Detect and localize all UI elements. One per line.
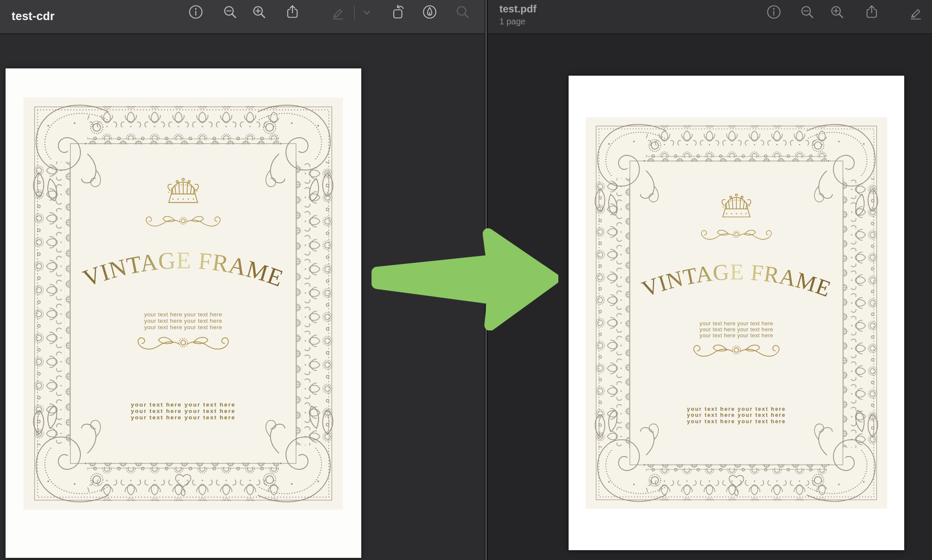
zoom-out-icon[interactable] bbox=[222, 4, 238, 20]
window-test-pdf: test.pdf 1 page bbox=[488, 0, 932, 560]
markup-pencil-icon[interactable] bbox=[908, 4, 923, 20]
right-document-title: test.pdf bbox=[499, 3, 537, 15]
toolbar-left: test-cdr bbox=[0, 0, 485, 34]
window-test-cdr: test-cdr bbox=[0, 0, 485, 560]
document-page-cdr[interactable] bbox=[6, 68, 361, 558]
share-icon[interactable] bbox=[864, 4, 879, 20]
search-icon bbox=[455, 4, 470, 20]
rotate-left-icon[interactable] bbox=[391, 4, 406, 20]
document-page-pdf[interactable] bbox=[569, 76, 904, 550]
share-icon[interactable] bbox=[285, 4, 300, 20]
page-count-label: 1 page bbox=[499, 17, 525, 27]
window-divider bbox=[485, 0, 488, 560]
pen-nib-icon[interactable] bbox=[422, 4, 437, 20]
zoom-out-icon[interactable] bbox=[799, 4, 815, 20]
markup-pencil-icon bbox=[330, 4, 345, 20]
vintage-frame-artwork bbox=[24, 97, 343, 510]
chevron-down-icon bbox=[362, 7, 372, 18]
info-icon[interactable] bbox=[766, 4, 782, 20]
zoom-in-icon[interactable] bbox=[829, 4, 845, 20]
zoom-in-icon[interactable] bbox=[251, 4, 267, 20]
preview-app: test-cdr bbox=[0, 0, 932, 560]
vintage-frame-artwork bbox=[586, 117, 887, 509]
info-icon[interactable] bbox=[188, 4, 204, 20]
toolbar-separator bbox=[354, 6, 355, 20]
toolbar-right: test.pdf 1 page bbox=[488, 0, 932, 34]
left-document-title: test-cdr bbox=[12, 10, 55, 23]
